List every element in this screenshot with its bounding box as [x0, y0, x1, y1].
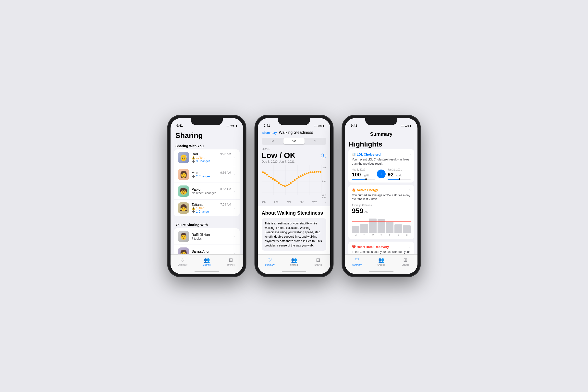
battery-icon-3: ▮	[410, 124, 412, 128]
tab-summary-1[interactable]: ♡ Summary	[170, 257, 195, 266]
svg-point-29	[302, 174, 304, 176]
ldl-num-2: 92	[388, 172, 394, 178]
phone-2-content[interactable]: ‹ Summary Walking Steadiness M 6M Y LEVE…	[258, 129, 330, 254]
card-alert-dad: ⚠️ 1 Alert	[192, 156, 231, 160]
energy-card[interactable]: 🔥 Active Energy › You burned an average …	[348, 185, 414, 239]
ldl-col-1: Nov 5, 2020 100 mg/dL	[352, 168, 375, 180]
tab-browse-2[interactable]: ⊞ Browse	[306, 257, 330, 266]
card-name-row-mom: Mom 9:36 AM	[192, 171, 231, 175]
highlights-label: Highlights	[345, 138, 418, 149]
svg-point-28	[300, 176, 302, 177]
phone-1-screen: 9:41 ▪▪▪ wifi ▮ Sharing Sharing With You	[170, 118, 243, 274]
card-chevron-sanaa: ›	[234, 251, 235, 254]
ws-chart-svg	[262, 166, 326, 197]
sharing-page: Sharing Sharing With You 👴 Dad 9:23 AM	[170, 129, 243, 254]
contact-sanaa[interactable]: 👩 Sanaa Aridi 2 topics ›	[174, 245, 240, 254]
ws-level-value-text: Low / OK	[262, 151, 296, 160]
phone-1-content[interactable]: Sharing Sharing With You 👴 Dad 9:23 AM	[170, 129, 243, 254]
contact-raffi[interactable]: 👨 Raffi Jilizian 7 topics ›	[174, 228, 240, 244]
phone-2: 9:41 ▪▪▪ wifi ▮ ‹ Summary Walking Steadi…	[255, 115, 333, 277]
svg-point-36	[316, 171, 318, 173]
x-day-t2: T	[378, 234, 385, 236]
svg-point-11	[266, 174, 268, 176]
phones-container: 9:41 ▪▪▪ wifi ▮ Sharing Sharing With You	[168, 115, 420, 277]
ws-date-range: Dec 8, 2020–Jun 7, 2021	[258, 160, 330, 166]
ws-info-button[interactable]: i	[321, 153, 326, 158]
card-name-pablo: Pablo	[192, 188, 200, 191]
tab-summary-2[interactable]: ♡ Summary	[258, 257, 282, 266]
bar-s1	[394, 224, 402, 233]
x-label-may: May	[312, 201, 316, 203]
segment-y[interactable]: Y	[304, 138, 326, 144]
ldl-title: 📊 LDL Cholesterol	[352, 153, 381, 156]
ldl-values: Nov 5, 2020 100 mg/dL ↓	[352, 168, 410, 180]
svg-point-31	[306, 173, 308, 174]
contact-pablo[interactable]: 🧒 Pablo 8:30 AM No recent changes ›	[174, 183, 240, 199]
card-changes-mom: ➕ 2 Changes	[192, 175, 231, 178]
signal-icon-3: ▪▪▪	[401, 124, 404, 128]
section-1-header: Sharing With You	[170, 141, 243, 150]
ldl-icon: 📊	[352, 153, 356, 156]
tab-sharing-1[interactable]: 👥 Sharing	[195, 257, 219, 266]
tab-summary-3[interactable]: ♡ Summary	[345, 257, 369, 266]
tab-browse-1[interactable]: ⊞ Browse	[219, 257, 243, 266]
chevron-back-icon: ‹	[262, 131, 263, 134]
browse-icon-1: ⊞	[229, 257, 233, 263]
ws-back-label: Summary	[263, 131, 277, 134]
wifi-icon-1: wifi	[230, 124, 234, 128]
card-name-row-tatiana: Tatiana 7:59 AM	[192, 202, 231, 206]
ldl-card[interactable]: 📊 LDL Cholesterol › Your recent LDL Chol…	[348, 149, 414, 182]
x-label-j: J	[325, 201, 326, 203]
avg-line	[352, 222, 410, 222]
ldl-chevron: ›	[410, 152, 410, 156]
tab-sharing-3[interactable]: 👥 Sharing	[369, 257, 394, 266]
home-indicator-1	[194, 271, 219, 272]
ldl-arrow-icon: ↓	[377, 170, 386, 178]
ldl-val-row-2: 92 mg/dL	[388, 172, 410, 178]
contact-mom[interactable]: 👩 Mom 9:36 AM ➕ 2 Changes ›	[174, 166, 240, 182]
ldl-dot-1	[365, 178, 367, 180]
card-time-pablo: 8:30 AM	[220, 188, 231, 191]
summary-icon-2: ♡	[268, 257, 272, 263]
card-info-mom: Mom 9:36 AM ➕ 2 Changes	[192, 171, 231, 178]
calories-bar-chart: Average Calories 959 cal	[352, 204, 410, 236]
card-time-dad: 9:23 AM	[220, 152, 231, 156]
browse-icon-3: ⊞	[403, 257, 408, 263]
signal-icon-2: ▪▪▪	[314, 124, 316, 128]
tab-browse-3[interactable]: ⊞ Browse	[393, 257, 418, 266]
segment-6m[interactable]: 6M	[284, 138, 305, 144]
ws-back-button[interactable]: ‹ Summary	[262, 131, 277, 134]
notch-3	[365, 118, 397, 125]
sharing-icon-2: 👥	[291, 257, 297, 263]
x-day-s1: S	[394, 234, 402, 236]
x-day-m: M	[352, 234, 360, 236]
ws-segment-control[interactable]: M 6M Y	[262, 138, 326, 145]
card-name-tatiana: Tatiana	[192, 202, 202, 206]
x-day-f: F	[386, 234, 394, 236]
segment-m[interactable]: M	[262, 138, 284, 144]
tab-summary-label-3: Summary	[352, 264, 362, 266]
bar-f	[386, 222, 394, 233]
phone-1: 9:41 ▪▪▪ wifi ▮ Sharing Sharing With You	[168, 115, 246, 277]
card-changes-tatiana: ➕ 1 Change	[192, 210, 231, 214]
avg-calories-label: Average Calories	[352, 204, 410, 206]
label-very-low: Very Low	[318, 194, 326, 199]
heart-card[interactable]: ❤️ Heart Rate: Recovery › In the 3 minut…	[348, 242, 414, 254]
card-name-row-dad: Dad 9:23 AM	[192, 152, 231, 156]
bar-m	[352, 226, 360, 233]
tab-sharing-2[interactable]: 👥 Sharing	[282, 257, 306, 266]
x-label-mar: Mar	[287, 201, 291, 203]
status-time-1: 9:41	[176, 124, 183, 128]
svg-point-19	[282, 185, 284, 186]
x-day-s2: S	[403, 234, 410, 236]
x-day-w: W	[369, 234, 376, 236]
card-info-sanaa: Sanaa Aridi 2 topics	[192, 249, 231, 254]
phone-3-content[interactable]: Summary Highlights 📊 LDL Cholesterol › Y…	[345, 129, 418, 254]
ws-about-text: This is an estimate of your stability wh…	[264, 221, 324, 248]
bar-t1	[360, 224, 368, 233]
svg-point-35	[314, 171, 316, 173]
heart-card-header: ❤️ Heart Rate: Recovery ›	[352, 244, 410, 249]
svg-point-24	[292, 181, 294, 182]
contact-dad[interactable]: 👴 Dad 9:23 AM ⚠️ 1 Alert ➕ 3 Changes ›	[174, 150, 240, 166]
contact-tatiana[interactable]: 👧 Tatiana 7:59 AM ⚠️ 1 Alert ➕ 1 Change …	[174, 200, 240, 216]
